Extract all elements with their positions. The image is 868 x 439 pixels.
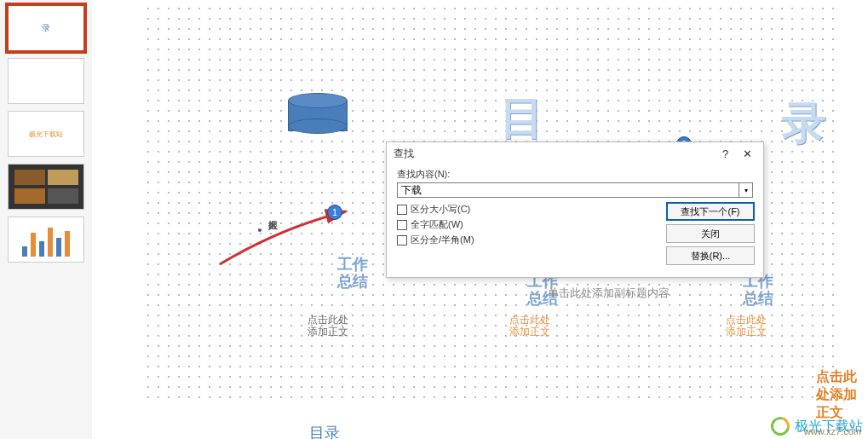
dropdown-icon[interactable]: ▾ xyxy=(739,182,753,198)
find-next-button[interactable]: 查找下一个(F) xyxy=(666,202,755,221)
thumbnail-text: 录 xyxy=(42,22,50,34)
title-char-mu[interactable]: 目 xyxy=(500,89,544,148)
annotation-badge-1: 1 xyxy=(327,205,342,220)
slide-thumbnail-3[interactable]: 极光下载站 xyxy=(8,111,84,157)
toc-label[interactable]: 目录 xyxy=(309,423,340,439)
slide-canvas[interactable]: 目 录 汇报人姓名 工作 总结 工作 总结 工作 总结 工作 总结 单击此处添加… xyxy=(92,0,868,439)
section-work-1[interactable]: 工作 总结 xyxy=(322,256,383,290)
slide-thumbnail-2[interactable] xyxy=(8,58,84,104)
find-dialog: 查找 ? ✕ 查找内容(N): ▾ 区分大小写(C) 全字匹配(W) 区分全/半… xyxy=(386,142,764,278)
close-button[interactable]: 关闭 xyxy=(666,224,755,243)
section-work-3[interactable]: 工作 总结 xyxy=(727,273,789,307)
thumbnail-text: 极光下载站 xyxy=(29,130,63,139)
watermark-url: www.xz7.com xyxy=(804,426,861,436)
replace-button[interactable]: 替换(R)... xyxy=(666,246,755,265)
subtitle-placeholder[interactable]: 单击此处添加副标题内容 xyxy=(548,286,670,301)
bullet-icon xyxy=(258,228,262,232)
watermark-logo-icon xyxy=(771,417,790,436)
find-content-input[interactable] xyxy=(397,182,739,198)
dialog-titlebar[interactable]: 查找 ? ✕ xyxy=(387,142,763,165)
close-icon[interactable]: ✕ xyxy=(738,147,756,160)
slide-thumbnail-5[interactable] xyxy=(8,217,84,263)
dialog-title-text: 查找 xyxy=(394,147,414,161)
slide-thumbnail-4[interactable] xyxy=(8,164,84,210)
find-content-label: 查找内容(N): xyxy=(397,169,450,179)
slide-thumbnail-1[interactable]: 录 xyxy=(8,5,84,51)
body-placeholder-1[interactable]: 点击此处 添加正文 xyxy=(308,314,348,338)
body-placeholder-right[interactable]: 点击此处添加正文 xyxy=(816,368,868,422)
shape-cylinder[interactable] xyxy=(288,94,348,133)
help-button[interactable]: ? xyxy=(716,147,735,160)
body-placeholder-3[interactable]: 点击此处 添加正文 xyxy=(726,314,767,338)
body-placeholder-2[interactable]: 点击此处 添加正文 xyxy=(509,314,550,338)
slide-thumbnail-panel: 录 极光下载站 xyxy=(0,0,92,439)
title-char-lu[interactable]: 录 xyxy=(782,94,826,153)
watermark: 极光下载站 www.xz7.com xyxy=(771,417,863,436)
